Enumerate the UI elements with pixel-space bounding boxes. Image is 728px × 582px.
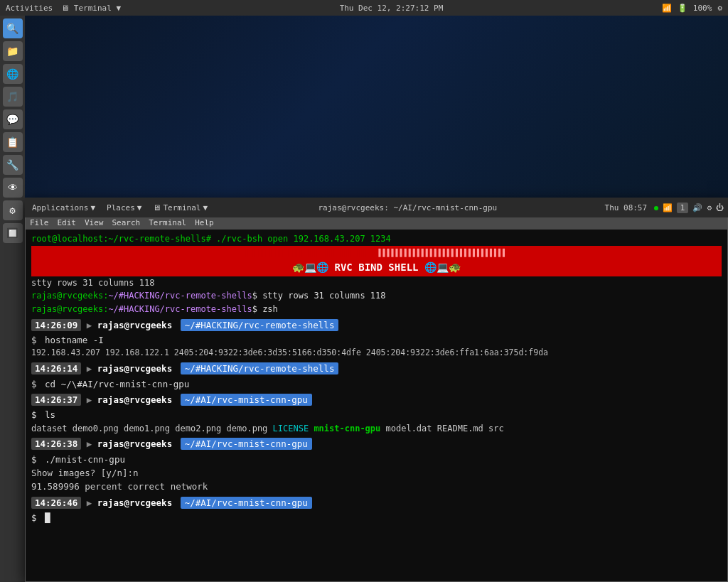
appsbar-time: Thu 08:57 xyxy=(605,203,648,212)
fg-prompt6-path: ~/#AI/rvc-mnist-cnn-gpu xyxy=(181,438,312,450)
fg-prompt4-path: ~/#HACKING/rvc-remote-shells xyxy=(181,362,339,374)
fg-prompt5-user: rajas@rvcgeeks xyxy=(97,394,172,405)
fg-menu-terminal[interactable]: Terminal xyxy=(149,218,186,227)
places-arrow: ▼ xyxy=(137,203,142,212)
fg-zsh-prompt: rajas@rvcgeeks: xyxy=(31,291,108,301)
sidebar-chat-icon[interactable]: 💬 xyxy=(3,109,23,129)
applications-menu[interactable]: Applications ▼ xyxy=(29,202,98,214)
network-icon: 📶 xyxy=(662,4,672,13)
fg-menu-file[interactable]: File xyxy=(30,218,49,227)
fg-prompt7-path: ~/#AI/rvc-mnist-cnn-gpu xyxy=(181,497,312,509)
sidebar-settings-icon[interactable]: ⚙ xyxy=(3,200,23,220)
sidebar-music-icon[interactable]: 🎵 xyxy=(3,87,23,107)
terminal-icon-small: 🖥 xyxy=(153,203,161,212)
sidebar-grid-icon[interactable]: 🔲 xyxy=(3,223,23,243)
fg-prompt3-time: 14:26:09 xyxy=(31,319,81,331)
fg-zsh-dollar: $ xyxy=(252,291,257,301)
sidebar-clipboard-icon[interactable]: 📋 xyxy=(3,132,23,152)
notification-dot xyxy=(654,206,658,210)
fg-stty-line: stty rows 31 columns 118 xyxy=(31,276,722,290)
places-menu[interactable]: Places ▼ xyxy=(104,202,144,214)
activities-label[interactable]: Activities xyxy=(6,4,53,13)
battery-icon: 🔋 xyxy=(678,4,687,13)
foreground-terminal-window: rajas@rvcgeeks: ~/AI/rvc-mnist-cnn-gpu F… xyxy=(25,199,728,582)
sidebar: 🔍 📁 🌐 🎵 💬 📋 🔧 👁 ⚙ 🔲 xyxy=(0,16,25,582)
fg-prompt5-time: 14:26:37 xyxy=(31,394,81,406)
places-label: Places xyxy=(107,203,135,212)
apps-bar: Applications ▼ Places ▼ 🖥 Terminal ▼ raj… xyxy=(25,198,728,217)
fg-dollar3: $ xyxy=(31,335,37,345)
appsbar-count: 1 xyxy=(677,203,689,213)
appsbar-datetime: Thu 08:57 xyxy=(605,203,658,212)
appsbar-settings-icon[interactable]: ⚙ xyxy=(707,203,712,212)
sidebar-browser-icon[interactable]: 🌐 xyxy=(3,64,23,84)
appsbar-power-icon[interactable]: ⏻ xyxy=(716,203,724,212)
fg-dollar5: $ xyxy=(31,409,37,420)
terminal-arrow: ▼ xyxy=(203,203,208,212)
top-system-bar: Activities 🖥 Terminal ▼ Thu Dec 12, 2:27… xyxy=(0,0,728,16)
top-bar-datetime: Thu Dec 12, 2:27:12 PM xyxy=(340,4,444,13)
fg-output3: 192.168.43.207 192.168.122.1 2405:204:93… xyxy=(31,347,722,360)
fg-dollar7: $ xyxy=(31,512,37,523)
sidebar-view-icon[interactable]: 👁 xyxy=(3,178,23,198)
fg-percent: 91.589996 percent correct network xyxy=(31,480,722,493)
fg-prompt6-time: 14:26:38 xyxy=(31,438,81,450)
sidebar-search-icon[interactable]: 🔍 xyxy=(3,18,23,38)
fg-prompt6-user: rajas@rvcgeeks xyxy=(97,438,172,449)
fg-zsh-prompt2: rajas@rvcgeeks: xyxy=(31,304,108,314)
terminal-menu-item[interactable]: 🖥 Terminal ▼ xyxy=(150,202,210,214)
terminal-label: Terminal xyxy=(163,203,200,212)
fg-show-images: Show images? [y/n]:n xyxy=(31,466,722,480)
fg-ls-output: dataset demo0.png demo1.png demo2.png de… xyxy=(31,422,722,436)
fg-cmd3: hostname -I xyxy=(45,335,104,345)
fg-prompt7-time: 14:26:46 xyxy=(31,497,81,509)
appsbar-center-title: rajas@rvcgeeks: ~/AI/rvc-mnist-cnn-gpu xyxy=(216,203,599,212)
fg-dollar6: $ xyxy=(31,454,37,465)
fg-prompt3-path: ~/#HACKING/rvc-remote-shells xyxy=(181,319,339,331)
fg-prompt7-user: rajas@rvcgeeks xyxy=(97,497,172,508)
fg-zsh-path: ~/#HACKING/rvc-remote-shells xyxy=(108,291,252,301)
fg-dollar4: $ xyxy=(31,379,37,389)
terminal-menu-label[interactable]: 🖥 Terminal ▼ xyxy=(61,4,121,13)
sidebar-files-icon[interactable]: 📁 xyxy=(3,41,23,61)
fg-cursor7: █ xyxy=(45,512,50,523)
fg-prompt5-path: ~/#AI/rvc-mnist-cnn-gpu xyxy=(181,394,312,406)
fg-cmd6: ./mnist-cnn-gpu xyxy=(45,454,125,465)
appsbar-vol-icon: 🔊 xyxy=(692,203,702,212)
fg-menu-edit[interactable]: Edit xyxy=(58,218,77,227)
fg-prompt4-time: 14:26:14 xyxy=(31,362,81,374)
fg-prompt3-user: rajas@rvcgeeks xyxy=(97,320,172,330)
sidebar-tools-icon[interactable]: 🔧 xyxy=(3,155,23,175)
battery-percent: 100% xyxy=(693,4,712,13)
fg-bind-label: 🐢💻🌐 RVC BIND SHELL 🌐💻🐢 xyxy=(31,259,722,276)
fg-prompt4-user: rajas@rvcgeeks xyxy=(97,363,172,374)
fg-menu-search[interactable]: Search xyxy=(112,218,141,227)
fg-terminal-menubar: File Edit View Search Terminal Help xyxy=(26,215,727,230)
settings-icon[interactable]: ⚙ xyxy=(717,4,722,13)
appsbar-network-icon: 📶 xyxy=(663,203,673,212)
fg-zsh-cmd: zsh xyxy=(262,304,278,314)
fg-bind-cmd: root@localhost:~/rvc-remote-shells# ./rv… xyxy=(31,232,722,246)
fg-cmd4: cd ~/\#AI/rvc-mnist-cnn-gpu xyxy=(45,379,189,389)
fg-terminal-content[interactable]: root@localhost:~/rvc-remote-shells# ./rv… xyxy=(26,230,727,581)
fg-bind-bar1: ▌▌▌▌▌▌▌▌▌▌▌▌▌▌▌▌▌▌▌▌▌▌▌▌▌▌▌▌▌▌ ▌▌▌▌▌▌▌▌▌… xyxy=(31,246,722,260)
fg-cmd5: ls xyxy=(45,409,55,420)
fg-menu-view[interactable]: View xyxy=(85,218,104,227)
fg-stty-cmd: stty rows 31 columns 118 xyxy=(262,291,385,301)
applications-label: Applications xyxy=(32,203,88,212)
fg-menu-help[interactable]: Help xyxy=(195,218,214,227)
applications-arrow: ▼ xyxy=(90,203,95,212)
fg-zsh-path2: ~/#HACKING/rvc-remote-shells xyxy=(108,304,252,314)
appsbar-title: rajas@rvcgeeks: ~/AI/rvc-mnist-cnn-gpu xyxy=(318,203,497,212)
